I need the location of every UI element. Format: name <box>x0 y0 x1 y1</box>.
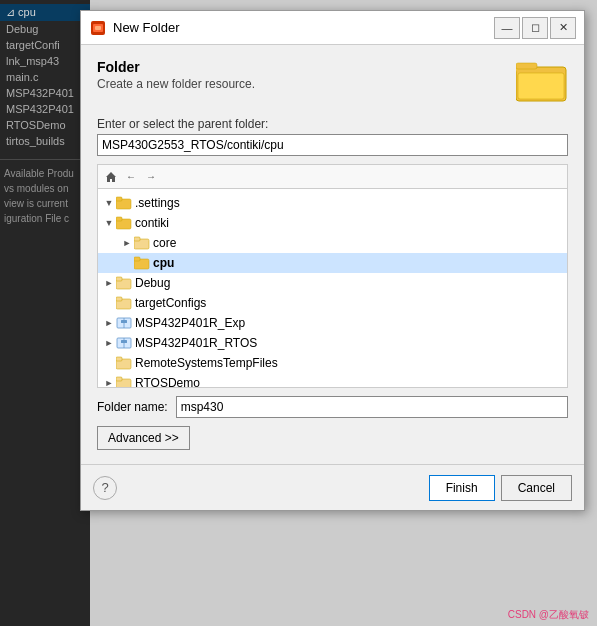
maximize-button[interactable]: ◻ <box>522 17 548 39</box>
svg-rect-11 <box>116 197 122 201</box>
tree-toggle-contiki[interactable]: ▼ <box>102 216 116 230</box>
dialog-content: Folder Create a new folder resource. <box>81 45 584 464</box>
tree-item-core[interactable]: ► core <box>98 233 567 253</box>
cancel-button[interactable]: Cancel <box>501 475 572 501</box>
folder-icon-large <box>516 59 568 105</box>
file-tree[interactable]: ▼ .settings ▼ <box>97 188 568 388</box>
tree-toggle-msp-exp[interactable]: ► <box>102 316 116 330</box>
finish-button[interactable]: Finish <box>429 475 495 501</box>
folder-name-row: Folder name: <box>97 396 568 418</box>
svg-rect-24 <box>121 320 127 323</box>
folder-icon-contiki <box>116 216 132 230</box>
nav-back-button[interactable]: ← <box>122 168 140 186</box>
nav-home-button[interactable] <box>102 168 120 186</box>
svg-rect-2 <box>95 26 101 30</box>
svg-rect-17 <box>134 257 140 261</box>
new-folder-dialog: New Folder — ◻ ✕ Folder Create a new fol… <box>80 10 585 511</box>
minimize-button[interactable]: — <box>494 17 520 39</box>
large-folder-svg <box>516 59 568 105</box>
header-title: Folder <box>97 59 506 75</box>
dialog-icon-svg <box>90 20 106 36</box>
watermark: CSDN @乙酸氧铍 <box>508 608 589 622</box>
tree-label-rtosdemo: RTOSDemo <box>135 376 200 388</box>
tree-item-rtosdemo[interactable]: ► RTOSDemo <box>98 373 567 388</box>
close-button[interactable]: ✕ <box>550 17 576 39</box>
tree-label-msp-rtos: MSP432P401R_RTOS <box>135 336 257 350</box>
home-icon <box>105 171 117 183</box>
tree-item-remote[interactable]: ► RemoteSystemsTempFiles <box>98 353 567 373</box>
tree-item-msp-rtos[interactable]: ► MSP432P401R_RTOS <box>98 333 567 353</box>
title-controls: — ◻ ✕ <box>494 17 576 39</box>
dialog-wrapper: ⊿ cpu Debug targetConfi lnk_msp43 main.c… <box>0 0 597 626</box>
folder-icon-settings <box>116 196 132 210</box>
folder-icon-cpu <box>134 256 150 270</box>
tree-label-targetconfigs: targetConfigs <box>135 296 206 310</box>
svg-rect-29 <box>116 357 122 361</box>
help-button[interactable]: ? <box>93 476 117 500</box>
dialog-bottom: ? Finish Cancel <box>81 464 584 510</box>
nav-forward-button[interactable]: → <box>142 168 160 186</box>
svg-rect-21 <box>116 297 122 301</box>
tree-toggle-settings[interactable]: ▼ <box>102 196 116 210</box>
svg-rect-6 <box>516 63 537 69</box>
svg-rect-7 <box>518 73 564 99</box>
tree-toggle-core[interactable]: ► <box>120 236 134 250</box>
folder-icon-core <box>134 236 150 250</box>
svg-rect-15 <box>134 237 140 241</box>
tree-label-msp-exp: MSP432P401R_Exp <box>135 316 245 330</box>
title-bar: New Folder — ◻ ✕ <box>81 11 584 45</box>
tree-item-cpu[interactable]: ► cpu <box>98 253 567 273</box>
folder-name-label: Folder name: <box>97 400 168 414</box>
pkg-icon-msp-rtos <box>116 336 132 350</box>
folder-icon-targetconfigs <box>116 296 132 310</box>
tree-item-settings[interactable]: ▼ .settings <box>98 193 567 213</box>
tree-item-contiki[interactable]: ▼ contiki <box>98 213 567 233</box>
svg-rect-27 <box>121 340 127 343</box>
tree-section: ← → ▼ .settings <box>97 164 568 388</box>
pkg-icon-msp-exp <box>116 316 132 330</box>
tree-label-cpu: cpu <box>153 256 174 270</box>
tree-nav: ← → <box>97 164 568 188</box>
tree-label-contiki: contiki <box>135 216 169 230</box>
folder-name-input[interactable] <box>176 396 568 418</box>
svg-rect-31 <box>116 377 122 381</box>
parent-folder-section: Enter or select the parent folder: <box>97 117 568 156</box>
folder-icon-remote <box>116 356 132 370</box>
tree-item-debug[interactable]: ► Debug <box>98 273 567 293</box>
bottom-buttons: Finish Cancel <box>429 475 572 501</box>
parent-folder-label: Enter or select the parent folder: <box>97 117 568 131</box>
svg-rect-19 <box>116 277 122 281</box>
tree-item-msp-exp[interactable]: ► MSP432P401R_Exp <box>98 313 567 333</box>
tree-label-core: core <box>153 236 176 250</box>
folder-icon-rtosdemo <box>116 376 132 388</box>
tree-toggle-rtosdemo[interactable]: ► <box>102 376 116 388</box>
header-section: Folder Create a new folder resource. <box>97 59 568 105</box>
header-subtitle: Create a new folder resource. <box>97 77 506 91</box>
tree-item-targetconfigs[interactable]: ► targetConfigs <box>98 293 567 313</box>
advanced-section: Advanced >> <box>97 426 568 450</box>
svg-marker-9 <box>106 172 116 182</box>
tree-label-debug: Debug <box>135 276 170 290</box>
advanced-button[interactable]: Advanced >> <box>97 426 190 450</box>
tree-toggle-msp-rtos[interactable]: ► <box>102 336 116 350</box>
dialog-icon <box>89 19 107 37</box>
header-text: Folder Create a new folder resource. <box>97 59 506 91</box>
tree-label-remote: RemoteSystemsTempFiles <box>135 356 278 370</box>
svg-rect-13 <box>116 217 122 221</box>
dialog-title: New Folder <box>113 20 494 35</box>
folder-icon-debug <box>116 276 132 290</box>
parent-folder-input[interactable] <box>97 134 568 156</box>
tree-label-settings: .settings <box>135 196 180 210</box>
tree-toggle-debug[interactable]: ► <box>102 276 116 290</box>
